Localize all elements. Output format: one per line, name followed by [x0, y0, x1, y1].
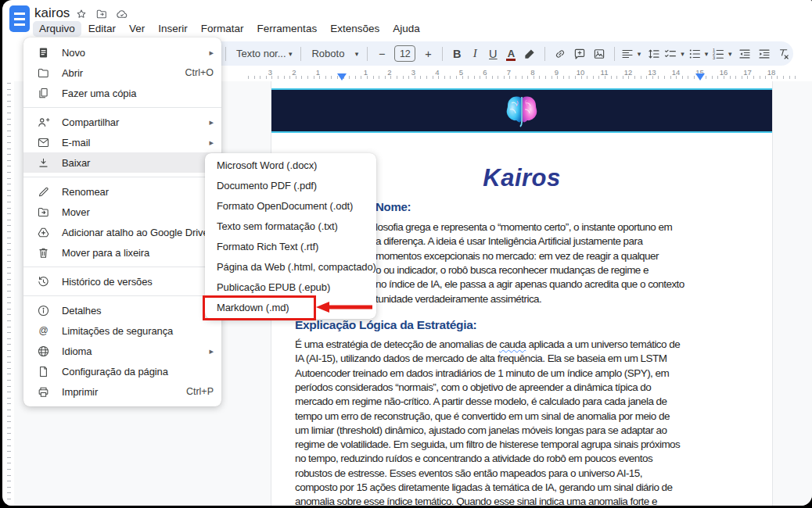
toolbar-separator: [300, 47, 301, 61]
bulleted-list-button[interactable]: ▾: [688, 45, 710, 63]
security-icon: @: [37, 324, 50, 338]
ruler-number: 8: [530, 68, 534, 77]
menu-item-label: Fazer uma cópia: [62, 88, 214, 99]
highlighter-icon: [523, 47, 537, 61]
menubar-item-arquivo[interactable]: Arquivo: [33, 21, 81, 37]
decrease-indent-button[interactable]: [735, 45, 754, 63]
annotation-arrow: [316, 301, 374, 313]
menubar-item-inserir[interactable]: Inserir: [152, 21, 194, 37]
text-color-icon: A: [508, 49, 515, 58]
menu-item-compartilhar[interactable]: Compartilhar▸: [23, 112, 221, 132]
menubar-item-formatar[interactable]: Formatar: [195, 21, 250, 37]
numbered-list-button[interactable]: 123▾: [712, 45, 735, 63]
text-color-button[interactable]: A: [502, 45, 519, 63]
submenu-item-formato-opendocument-odt[interactable]: Formato OpenDocument (.odt): [205, 195, 376, 216]
menubar-item-ajuda[interactable]: Ajuda: [386, 21, 426, 37]
menu-item-idioma[interactable]: Idioma▸: [23, 341, 221, 361]
ruler-number: 6: [483, 68, 487, 77]
indent-marker[interactable]: [337, 73, 347, 80]
menubar-item-ferramentas[interactable]: Ferramentas: [251, 21, 324, 37]
menu-item-label: Novo: [62, 47, 203, 59]
menu-item-mover[interactable]: Mover: [23, 202, 221, 222]
menu-shortcut: Ctrl+O: [185, 67, 214, 78]
submenu-item-microsoft-word-docx[interactable]: Microsoft Word (.docx): [205, 155, 376, 175]
submenu-item-texto-sem-formatacao-txt[interactable]: Texto sem formatação (.txt): [205, 216, 376, 236]
submenu-item-documento-pdf-pdf[interactable]: Documento PDF (.pdf): [205, 175, 376, 195]
decrease-indent-icon: [738, 47, 752, 61]
menu-item-novo[interactable]: Novo▸: [23, 42, 221, 63]
align-button[interactable]: ▾: [620, 45, 643, 63]
open-folder-icon: [37, 66, 50, 80]
undefined[interactable]: 12: [394, 45, 415, 62]
ruler-number: 17: [743, 68, 752, 77]
menu-item-e-mail[interactable]: E-mail▸: [23, 132, 221, 152]
insert-image-button[interactable]: [590, 45, 609, 63]
indent-marker[interactable]: [695, 73, 705, 80]
document-text-line: robustos de estresse. Esses eventos são …: [295, 467, 642, 481]
image-icon: [592, 47, 606, 61]
menu-item-mover-para-a-lixeira[interactable]: Mover para a lixeira: [23, 242, 221, 263]
menu-item-limitacoes-de-seguranca[interactable]: @Limitações de segurança: [23, 320, 221, 341]
menu-separator: [23, 107, 221, 108]
document-text-line: tempo um erro de reconstrução, que é con…: [295, 410, 670, 424]
submenu-item-formato-rich-text-rtf[interactable]: Formato Rich Text (.rtf): [205, 236, 376, 256]
menu-item-imprimir[interactable]: ImprimirCtrl+P: [23, 381, 221, 402]
bulleted-list-icon: [688, 47, 702, 61]
chevron-down-icon: ▾: [286, 50, 296, 58]
italic-button[interactable]: I: [466, 45, 483, 63]
toolbar-separator: [225, 47, 226, 61]
add-comment-button[interactable]: [570, 45, 589, 63]
bold-button-glyph: B: [453, 48, 461, 60]
increase-font-size-button[interactable]: +: [419, 45, 437, 63]
decrease-font-size-button[interactable]: −: [373, 45, 390, 63]
style-selector[interactable]: Texto nor...▾: [232, 45, 296, 63]
menu-item-fazer-uma-copia[interactable]: Fazer uma cópia: [23, 83, 221, 103]
menu-item-label: E-mail: [62, 137, 203, 148]
menu-shortcut: Ctrl+P: [186, 386, 214, 397]
menu-item-adicionar-atalho-ao-google-drive[interactable]: Adicionar atalho ao Google Drive: [23, 222, 221, 242]
decrease-font-size-button-glyph: −: [379, 48, 385, 60]
document-text-line: períodos considerados “normais”, com o o…: [295, 381, 651, 395]
menu-item-label: Imprimir: [62, 386, 186, 398]
document-text-line: a diferença. A ideia é usar Inteligência…: [375, 234, 642, 249]
menubar-item-editar[interactable]: Editar: [82, 21, 122, 37]
menu-item-configuracao-da-pagina[interactable]: Configuração da página: [23, 361, 221, 381]
menu-item-baixar[interactable]: Baixar▸: [23, 152, 221, 173]
chevron-down-icon: ▾: [702, 50, 712, 58]
line-spacing-button[interactable]: [645, 45, 663, 63]
document-text-line: momentos excepcionais no mercado: em vez…: [375, 249, 659, 263]
submenu-item-pagina-da-web-html-compactado[interactable]: Página da Web (.html, compactado): [205, 256, 376, 277]
insert-link-button[interactable]: [551, 45, 569, 63]
page-setup-icon: [37, 365, 50, 378]
increase-indent-button[interactable]: [755, 45, 774, 63]
clear-formatting-button[interactable]: [774, 45, 793, 63]
menu-separator: [23, 267, 221, 267]
line-spacing-icon: [647, 47, 661, 61]
menu-item-renomear[interactable]: Renomear: [23, 181, 221, 202]
document-heading-nome: Nome:: [375, 200, 411, 213]
menu-item-label: Compartilhar: [62, 116, 203, 128]
google-docs-logo-icon[interactable]: [9, 5, 30, 32]
vertical-ruler[interactable]: [5, 81, 14, 506]
font-selector-value: Roboto: [307, 48, 351, 59]
text-color-bar: [506, 59, 516, 61]
toolbar-separator: [367, 47, 368, 61]
ruler-number: 14: [672, 68, 681, 77]
link-icon: [553, 47, 567, 61]
document-title[interactable]: kairos: [34, 5, 70, 21]
highlight-color-button[interactable]: [520, 45, 539, 63]
menu-item-detalhes[interactable]: Detalhes: [23, 300, 221, 320]
menubar-item-extensoes[interactable]: Extensões: [324, 21, 386, 37]
menu-item-historico-de-versoes[interactable]: Histórico de versões▸: [23, 271, 221, 292]
bold-button[interactable]: B: [448, 45, 465, 63]
document-text-line: o ou indicador, o robô busca reconhecer …: [375, 263, 649, 277]
spellcheck-word[interactable]: cauda: [499, 338, 526, 350]
ruler-number: 1: [364, 68, 368, 77]
menubar-item-ver[interactable]: Ver: [123, 21, 151, 37]
ruler-ticks: [248, 76, 801, 79]
underline-button[interactable]: U: [484, 45, 501, 63]
submenu-item-publicacao-epub-epub[interactable]: Publicação EPUB (.epub): [205, 277, 376, 297]
font-selector[interactable]: Roboto▾: [307, 45, 361, 63]
checklist-button[interactable]: ▾: [664, 45, 687, 63]
menu-item-abrir[interactable]: AbrirCtrl+O: [23, 63, 221, 83]
